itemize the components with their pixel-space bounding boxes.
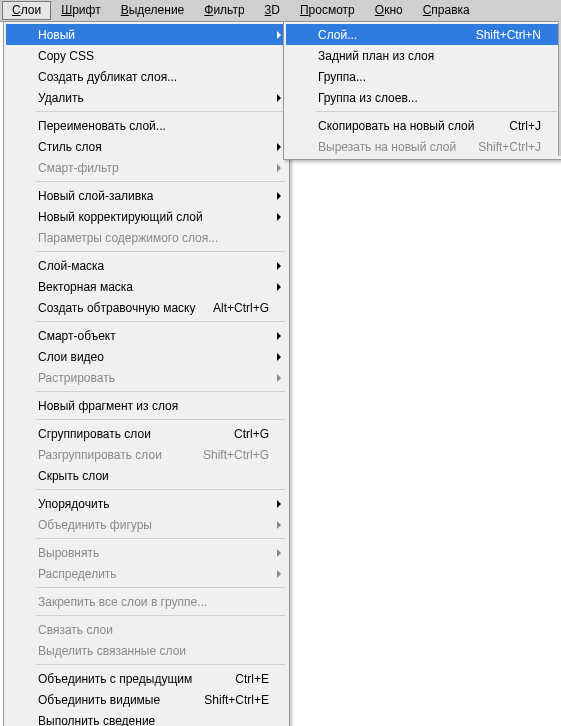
menu-item-смарт-объект[interactable]: Смарт-объект [6, 325, 287, 346]
menu-item-label: Вырезать на новый слой [318, 140, 468, 154]
menu-item-shortcut: Shift+Ctrl+G [203, 448, 269, 462]
menu-item-новый[interactable]: Новый [6, 24, 287, 45]
mnemonic: В [121, 3, 129, 17]
menubar-item-выделение[interactable]: Выделение [111, 1, 195, 20]
menu-item-shortcut: Shift+Ctrl+E [204, 693, 269, 707]
menu-item-слой-маска[interactable]: Слой-маска [6, 255, 287, 276]
menu-item-label: Смарт-объект [38, 329, 269, 343]
menubar-item-3d[interactable]: 3D [255, 1, 290, 20]
menu-item-объединить-с-предыдущим[interactable]: Объединить с предыдущимCtrl+E [6, 668, 287, 689]
menu-item-label: Сгруппировать слои [38, 427, 224, 441]
mnemonic: П [300, 3, 309, 17]
menu-item-выделить-связанные-слои: Выделить связанные слои [6, 640, 287, 661]
menu-separator [36, 181, 285, 182]
menu-item-label: Выделить связанные слои [38, 644, 269, 658]
menu-item-стиль-слоя[interactable]: Стиль слоя [6, 136, 287, 157]
menu-item-label: Переименовать слой... [38, 119, 269, 133]
menu-item-создать-дубликат-слоя[interactable]: Создать дубликат слоя... [6, 66, 287, 87]
menu-item-вырезать-на-новый-слой: Вырезать на новый слойShift+Ctrl+J [286, 136, 559, 157]
mnemonic: Ш [61, 3, 72, 17]
menu-item-label: Смарт-фильтр [38, 161, 269, 175]
submenu-arrow-icon [277, 332, 281, 340]
menu-item-создать-обтравочную-маску[interactable]: Создать обтравочную маскуAlt+Ctrl+G [6, 297, 287, 318]
submenu-arrow-icon [277, 31, 281, 39]
menu-item-label: Выровнять [38, 546, 269, 560]
menu-item-label: Новый слой-заливка [38, 189, 269, 203]
menu-item-новый-слой-заливка[interactable]: Новый слой-заливка [6, 185, 287, 206]
menu-item-векторная-маска[interactable]: Векторная маска [6, 276, 287, 297]
menu-item-сгруппировать-слои[interactable]: Сгруппировать слоиCtrl+G [6, 423, 287, 444]
menu-item-label: Группа из слоев... [318, 91, 541, 105]
menu-item-label: Новый фрагмент из слоя [38, 399, 269, 413]
mnemonic: 3 [265, 3, 272, 17]
menu-item-слой[interactable]: Слой...Shift+Ctrl+N [286, 24, 559, 45]
menu-item-shortcut: Shift+Ctrl+N [476, 28, 541, 42]
menu-item-copy-css[interactable]: Copy CSS [6, 45, 287, 66]
menu-separator [36, 111, 285, 112]
submenu-arrow-icon [277, 374, 281, 382]
menu-separator [36, 419, 285, 420]
menu-separator [36, 251, 285, 252]
menu-item-новый-фрагмент-из-слоя[interactable]: Новый фрагмент из слоя [6, 395, 287, 416]
menu-item-скопировать-на-новый-слой[interactable]: Скопировать на новый слойCtrl+J [286, 115, 559, 136]
menu-item-label: Стиль слоя [38, 140, 269, 154]
menu-item-label: Скрыть слои [38, 469, 269, 483]
menu-item-переименовать-слой[interactable]: Переименовать слой... [6, 115, 287, 136]
submenu-arrow-icon [277, 164, 281, 172]
mnemonic: С [423, 3, 432, 17]
menu-item-label: Векторная маска [38, 280, 269, 294]
menu-item-label: Новый [38, 28, 269, 42]
menu-item-label: Слой-маска [38, 259, 269, 273]
menu-item-объединить-видимые[interactable]: Объединить видимыеShift+Ctrl+E [6, 689, 287, 710]
menu-item-скрыть-слои[interactable]: Скрыть слои [6, 465, 287, 486]
submenu-arrow-icon [277, 143, 281, 151]
menu-item-label: Связать слои [38, 623, 269, 637]
menu-separator [36, 489, 285, 490]
menubar-item-фильтр[interactable]: Фильтр [194, 1, 254, 20]
menu-item-параметры-содержимого-слоя: Параметры содержимого слоя... [6, 227, 287, 248]
menu-item-label: Объединить видимые [38, 693, 194, 707]
menu-separator [36, 321, 285, 322]
menu-item-задний-план-из-слоя[interactable]: Задний план из слоя [286, 45, 559, 66]
menubar-item-справка[interactable]: Справка [413, 1, 480, 20]
menu-item-объединить-фигуры: Объединить фигуры [6, 514, 287, 535]
submenu-arrow-icon [277, 213, 281, 221]
menu-item-label: Создать дубликат слоя... [38, 70, 269, 84]
menu-item-label: Новый корректирующий слой [38, 210, 269, 224]
submenu-arrow-icon [277, 549, 281, 557]
menu-item-новый-корректирующий-слой[interactable]: Новый корректирующий слой [6, 206, 287, 227]
menu-item-упорядочить[interactable]: Упорядочить [6, 493, 287, 514]
menubar-item-шрифт[interactable]: Шрифт [51, 1, 110, 20]
menu-item-выполнить-сведение[interactable]: Выполнить сведение [6, 710, 287, 726]
menu-item-удалить[interactable]: Удалить [6, 87, 287, 108]
menu-item-shortcut: Ctrl+G [234, 427, 269, 441]
menu-item-связать-слои: Связать слои [6, 619, 287, 640]
menu-separator [36, 391, 285, 392]
menubar-item-просмотр[interactable]: Просмотр [290, 1, 365, 20]
menubar-item-окно[interactable]: Окно [365, 1, 413, 20]
menu-item-label: Copy CSS [38, 49, 269, 63]
menu-item-выровнять: Выровнять [6, 542, 287, 563]
menu-item-смарт-фильтр: Смарт-фильтр [6, 157, 287, 178]
menu-item-закрепить-все-слои-в-группе: Закрепить все слои в группе... [6, 591, 287, 612]
menu-item-label: Объединить с предыдущим [38, 672, 225, 686]
submenu-arrow-icon [277, 262, 281, 270]
menu-item-слои-видео[interactable]: Слои видео [6, 346, 287, 367]
submenu-arrow-icon [277, 570, 281, 578]
menu-item-shortcut: Alt+Ctrl+G [213, 301, 269, 315]
new-submenu-dropdown: Слой...Shift+Ctrl+NЗадний план из слояГр… [283, 21, 561, 160]
submenu-arrow-icon [277, 500, 281, 508]
menu-item-разгруппировать-слои: Разгруппировать слоиShift+Ctrl+G [6, 444, 287, 465]
menu-item-группа[interactable]: Группа... [286, 66, 559, 87]
mnemonic: Ф [204, 3, 213, 17]
menu-item-растрировать: Растрировать [6, 367, 287, 388]
menubar-item-слои[interactable]: Слои [2, 1, 51, 20]
menu-item-shortcut: Ctrl+J [509, 119, 541, 133]
menu-separator [36, 587, 285, 588]
menu-item-label: Слои видео [38, 350, 269, 364]
mnemonic: О [375, 3, 384, 17]
menu-item-группа-из-слоев[interactable]: Группа из слоев... [286, 87, 559, 108]
menu-item-label: Слой... [318, 28, 466, 42]
menu-item-label: Удалить [38, 91, 269, 105]
menu-item-shortcut: Ctrl+E [235, 672, 269, 686]
